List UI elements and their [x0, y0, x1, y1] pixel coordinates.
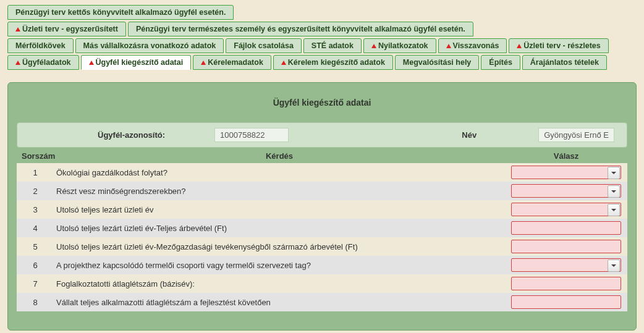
warning-icon: [371, 44, 376, 48]
tab[interactable]: Pénzügyi terv kettős könyvvitelt alkalma…: [7, 5, 234, 20]
tab-row-2: Üzleti terv - egyszerűsítettPénzügyi ter…: [7, 22, 637, 36]
table-row: 5Utolsó teljes lezárt üzleti év-Mezőgazd…: [17, 237, 627, 256]
tab-label: Ügyféladatok: [22, 58, 71, 67]
tab[interactable]: Üzleti terv - egyszerűsített: [7, 22, 126, 36]
tab[interactable]: Kérelem kiegészítő adatok: [273, 55, 393, 70]
row-number: 2: [19, 187, 51, 196]
answer-select[interactable]: [511, 203, 621, 216]
tab-label: Kérelem kiegészítő adatok: [288, 58, 385, 67]
answer-input[interactable]: [511, 221, 621, 235]
tab[interactable]: Nyilatkozatok: [363, 38, 436, 53]
col-sorszam: Sorszám: [19, 151, 51, 161]
warning-icon: [89, 61, 94, 65]
tab-label: Üzleti terv - részletes: [523, 41, 600, 50]
answer-select[interactable]: [511, 184, 621, 198]
warning-icon: [201, 61, 206, 65]
answer-input[interactable]: [511, 240, 621, 253]
tab-label: Fájlok csatolása: [234, 41, 294, 50]
tab[interactable]: Visszavonás: [438, 38, 507, 53]
row-answer-cell: [507, 221, 625, 235]
row-question: Utolsó teljes lezárt üzleti év-Teljes ár…: [51, 224, 507, 233]
answer-select[interactable]: [511, 258, 621, 272]
row-number: 1: [19, 168, 51, 177]
client-name-label: Név: [462, 130, 477, 140]
table-row: 4Utolsó teljes lezárt üzleti év-Teljes á…: [17, 219, 627, 237]
col-kerdes: Kérdés: [51, 151, 507, 161]
row-number: 4: [19, 224, 51, 233]
table-body: 1Ökológiai gazdálkodást folytat?2Részt v…: [17, 163, 627, 311]
table-row: 1Ökológiai gazdálkodást folytat?: [17, 163, 627, 182]
tab[interactable]: Fájlok csatolása: [226, 38, 302, 53]
row-answer-cell: [507, 203, 625, 216]
client-name-value: Gyöngyösi Ernő E: [538, 128, 614, 142]
tab[interactable]: Ügyfél kiegészítő adatai: [81, 55, 192, 70]
row-answer-cell: [507, 184, 625, 198]
tab-row-3: MérföldkövekMás vállalkozásra vonatkozó …: [7, 38, 637, 53]
row-question: Utolsó teljes lezárt üzleti év: [51, 205, 507, 214]
tab-label: Nyilatkozatok: [378, 41, 428, 50]
tab[interactable]: Kérelemadatok: [193, 55, 271, 70]
tab-label: Kérelemadatok: [208, 58, 263, 67]
tab[interactable]: Más vállalkozásra vonatkozó adatok: [75, 38, 224, 53]
row-answer-cell: [507, 166, 625, 179]
row-question: Ökológiai gazdálkodást folytat?: [51, 168, 507, 177]
tab[interactable]: Építés: [481, 55, 520, 70]
tab-label: Megvalósítási hely: [403, 58, 471, 67]
tab[interactable]: Pénzügyi terv természetes személy és egy…: [128, 22, 473, 36]
row-question: Foglalkoztatotti átlaglétszám (bázisév):: [51, 279, 507, 289]
tab-label: STÉ adatok: [311, 41, 354, 50]
row-number: 8: [19, 298, 51, 307]
col-valasz: Válasz: [507, 151, 625, 161]
answer-input[interactable]: [511, 295, 621, 309]
table-header: Sorszám Kérdés Válasz: [17, 149, 627, 163]
row-question: Részt vesz minőségrendszerekben?: [51, 187, 507, 196]
tab[interactable]: Ügyféladatok: [7, 55, 79, 70]
row-question: Utolsó teljes lezárt üzleti év-Mezőgazda…: [51, 242, 507, 251]
row-answer-cell: [507, 240, 625, 253]
table-row: 6A projekthez kapcsolódó termelői csopor…: [17, 256, 627, 274]
row-number: 7: [19, 279, 51, 289]
main-panel: Ügyfél kiegészítő adatai Ügyfél-azonosít…: [7, 82, 637, 331]
tab[interactable]: Árajánlatos tételek: [522, 55, 607, 70]
row-answer-cell: [507, 277, 625, 290]
tab-label: Pénzügyi terv természetes személy és egy…: [136, 25, 465, 33]
tab-label: Más vállalkozásra vonatkozó adatok: [83, 41, 216, 50]
answer-input[interactable]: [511, 277, 621, 290]
row-question: Vállalt teljes alkalmazotti átlaglétszám…: [51, 298, 507, 307]
tab-label: Üzleti terv - egyszerűsített: [22, 25, 118, 33]
tab-row-1: Pénzügyi terv kettős könyvvitelt alkalma…: [7, 5, 637, 20]
panel-title: Ügyfél kiegészítő adatai: [17, 91, 627, 122]
row-answer-cell: [507, 258, 625, 272]
tab[interactable]: Mérföldkövek: [7, 38, 74, 53]
row-number: 6: [19, 261, 51, 270]
table-row: 3Utolsó teljes lezárt üzleti év: [17, 200, 627, 219]
row-answer-cell: [507, 295, 625, 309]
warning-icon: [15, 61, 20, 65]
tab-container: Pénzügyi terv kettős könyvvitelt alkalma…: [7, 5, 637, 70]
tab-label: Ügyfél kiegészítő adatai: [96, 58, 184, 67]
client-id-value: 1000758822: [214, 128, 289, 142]
warning-icon: [15, 27, 20, 32]
row-number: 3: [19, 205, 51, 214]
tab[interactable]: STÉ adatok: [303, 38, 362, 53]
answer-select[interactable]: [511, 166, 621, 179]
tab-label: Visszavonás: [453, 41, 499, 50]
warning-icon: [517, 44, 522, 48]
row-number: 5: [19, 242, 51, 251]
tab-label: Árajánlatos tételek: [530, 58, 599, 67]
client-id-label: Ügyfél-azonosító:: [98, 130, 165, 140]
tab-label: Mérföldkövek: [15, 41, 66, 50]
tab-row-4: ÜgyféladatokÜgyfél kiegészítő adataiKére…: [7, 55, 637, 70]
tab-label: Pénzügyi terv kettős könyvvitelt alkalma…: [15, 8, 226, 17]
warning-icon: [446, 44, 451, 48]
tab[interactable]: Megvalósítási hely: [395, 55, 479, 70]
table-row: 8Vállalt teljes alkalmazotti átlaglétszá…: [17, 293, 627, 311]
row-question: A projekthez kapcsolódó termelői csoport…: [51, 261, 507, 270]
info-bar: Ügyfél-azonosító: 1000758822 Név Gyöngyö…: [17, 122, 627, 148]
table-row: 7Foglalkoztatotti átlaglétszám (bázisév)…: [17, 274, 627, 293]
tab-label: Építés: [489, 58, 512, 67]
tab[interactable]: Üzleti terv - részletes: [509, 38, 608, 53]
warning-icon: [281, 61, 286, 65]
table-row: 2Részt vesz minőségrendszerekben?: [17, 182, 627, 200]
